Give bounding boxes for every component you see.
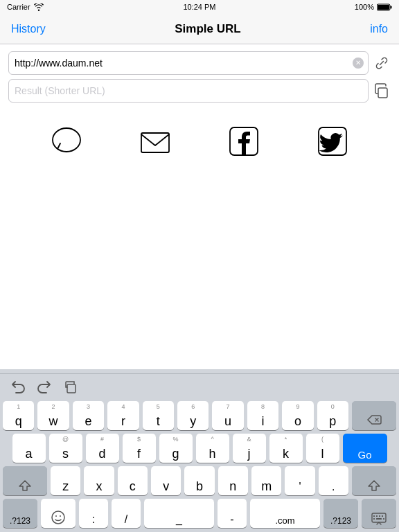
key-t[interactable]: 5t — [143, 401, 174, 430]
keyboard-toolbar — [0, 373, 399, 398]
info-button[interactable]: info — [370, 23, 388, 35]
svg-rect-3 — [378, 88, 387, 98]
shift-left-key[interactable] — [3, 466, 47, 495]
svg-point-11 — [60, 515, 61, 517]
svg-rect-17 — [373, 518, 375, 520]
key-z[interactable]: z — [51, 466, 80, 495]
key-row-3: z x c v b n m ' . — [3, 466, 396, 495]
key-d[interactable]: #d — [86, 434, 119, 463]
key-b[interactable]: b — [184, 466, 214, 495]
svg-rect-19 — [383, 518, 384, 520]
redo-button[interactable] — [33, 377, 55, 396]
key-v[interactable]: v — [151, 466, 181, 495]
shift-right-key[interactable] — [352, 466, 396, 495]
svg-rect-15 — [379, 515, 380, 517]
key-colon[interactable]: : — [79, 499, 108, 528]
keyboard: 1q 2w 3e 4r 5t 6y 7u 8i 9o 0p a @s #d $f… — [0, 398, 399, 532]
result-placeholder: Result (Shorter URL) — [15, 85, 105, 96]
history-button[interactable]: History — [11, 23, 46, 35]
key-r[interactable]: 4r — [107, 401, 139, 430]
key-s[interactable]: @s — [49, 434, 82, 463]
key-j[interactable]: &j — [233, 434, 266, 463]
key-x[interactable]: x — [84, 466, 114, 495]
key-y[interactable]: 6y — [177, 401, 209, 430]
status-left: Carrier — [7, 3, 44, 11]
svg-rect-1 — [391, 6, 392, 8]
delete-key[interactable] — [352, 401, 396, 430]
key-m[interactable]: m — [251, 466, 281, 495]
key-n[interactable]: n — [218, 466, 248, 495]
svg-rect-13 — [373, 515, 375, 517]
key-i[interactable]: 8i — [247, 401, 278, 430]
nav-bar: History Simple URL info — [0, 14, 399, 44]
clear-button[interactable]: ✕ — [353, 57, 364, 69]
svg-point-10 — [55, 515, 57, 517]
wifi-icon — [34, 3, 44, 11]
key-row-4: .?123 : / _ - .com .?123 — [3, 499, 396, 528]
result-row: Result (Shorter URL) — [8, 79, 391, 103]
go-key[interactable]: Go — [343, 434, 387, 463]
key-period[interactable]: . — [319, 466, 348, 495]
svg-rect-18 — [376, 518, 382, 520]
svg-rect-14 — [376, 515, 378, 517]
key-g[interactable]: %g — [159, 434, 193, 463]
key-c[interactable]: c — [118, 466, 148, 495]
status-bar: Carrier 10:24 PM 100% — [0, 0, 399, 14]
key-w[interactable]: 2w — [37, 401, 69, 430]
key-row-1: 1q 2w 3e 4r 5t 6y 7u 8i 9o 0p — [3, 401, 396, 430]
key-slash[interactable]: / — [112, 499, 141, 528]
key-p[interactable]: 0p — [317, 401, 348, 430]
keyboard-switch-key[interactable] — [362, 499, 396, 528]
svg-rect-2 — [378, 5, 389, 10]
carrier-label: Carrier — [7, 3, 30, 11]
emoji-key[interactable] — [41, 499, 76, 528]
chain-icon[interactable] — [373, 54, 391, 72]
svg-rect-16 — [382, 515, 383, 517]
copy-icon[interactable] — [373, 82, 391, 100]
key-u[interactable]: 7u — [212, 401, 243, 430]
facebook-share-button[interactable] — [222, 119, 266, 163]
paste-button[interactable] — [60, 377, 82, 396]
battery-icon — [377, 3, 392, 11]
key-a[interactable]: a — [12, 434, 46, 463]
battery-label: 100% — [355, 3, 374, 11]
svg-rect-5 — [141, 133, 169, 152]
nav-title: Simple URL — [175, 22, 240, 36]
key-comma[interactable]: ' — [285, 466, 314, 495]
url-row: ✕ — [8, 51, 391, 75]
key-h[interactable]: ^h — [196, 434, 229, 463]
key-e[interactable]: 3e — [73, 401, 104, 430]
status-right: 100% — [355, 3, 392, 11]
sym-left-key[interactable]: .?123 — [3, 499, 37, 528]
key-row-2: a @s #d $f %g ^h &j *k (l Go — [3, 434, 396, 463]
key-q[interactable]: 1q — [3, 401, 34, 430]
result-input-wrapper: Result (Shorter URL) — [8, 79, 369, 103]
key-dotcom[interactable]: .com — [250, 499, 320, 528]
message-share-button[interactable] — [44, 119, 89, 163]
key-f[interactable]: $f — [123, 434, 156, 463]
svg-rect-8 — [67, 384, 76, 393]
svg-point-4 — [53, 128, 80, 152]
key-underscore[interactable]: _ — [144, 499, 214, 528]
share-row — [8, 112, 391, 170]
url-input-wrapper: ✕ — [8, 51, 369, 75]
main-content: ✕ Result (Shorter URL) — [0, 44, 399, 177]
keyboard-area: 1q 2w 3e 4r 5t 6y 7u 8i 9o 0p a @s #d $f… — [0, 369, 399, 532]
mail-share-button[interactable] — [133, 119, 177, 163]
key-dash[interactable]: - — [218, 499, 247, 528]
key-l[interactable]: (l — [306, 434, 339, 463]
key-o[interactable]: 9o — [282, 401, 313, 430]
url-input[interactable] — [15, 57, 348, 69]
sym-right-key[interactable]: .?123 — [323, 499, 358, 528]
svg-rect-12 — [372, 513, 386, 522]
time-label: 10:24 PM — [183, 3, 215, 11]
svg-point-9 — [52, 511, 64, 524]
undo-button[interactable] — [7, 377, 29, 396]
key-k[interactable]: *k — [269, 434, 303, 463]
twitter-share-button[interactable] — [310, 119, 355, 163]
